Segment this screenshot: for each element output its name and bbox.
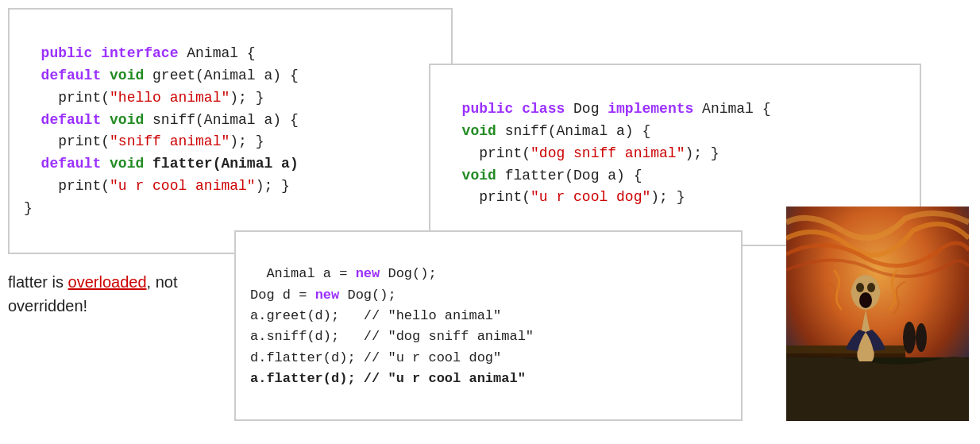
overload-text-block: flatter is overloaded, notoverridden!: [8, 270, 222, 318]
main-panel: Animal a = new Dog(); Dog d = new Dog();…: [234, 230, 743, 421]
svg-rect-3: [786, 353, 905, 357]
svg-point-7: [856, 283, 864, 292]
svg-point-5: [916, 323, 927, 352]
svg-point-9: [859, 292, 872, 308]
svg-point-8: [867, 283, 875, 292]
flatter-prefix: flatter is: [8, 273, 68, 291]
keyword-interface: interface: [101, 45, 178, 61]
interface-panel: public interface Animal { default void g…: [8, 8, 453, 254]
overloaded-link: overloaded: [68, 273, 147, 291]
keyword-public: public: [41, 45, 102, 61]
svg-point-4: [903, 322, 916, 353]
scream-painting: [786, 207, 969, 421]
